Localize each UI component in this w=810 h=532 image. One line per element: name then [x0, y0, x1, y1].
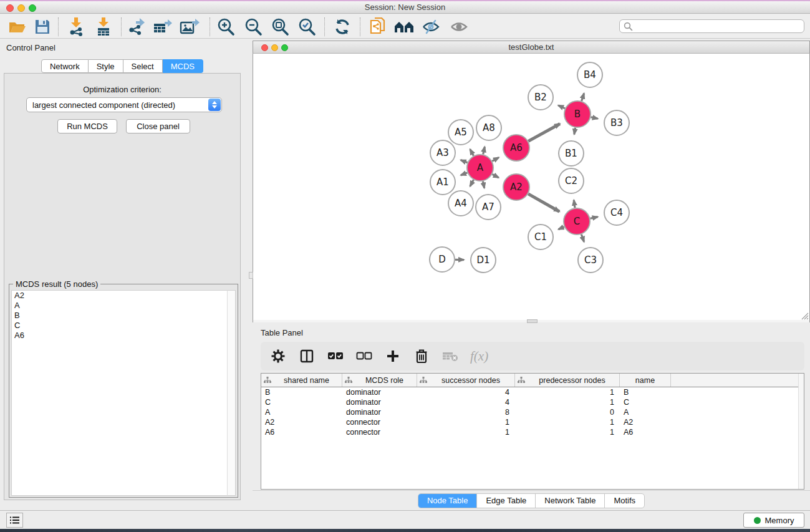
- create-column-icon[interactable]: [384, 347, 402, 365]
- criterion-select[interactable]: largest connected component (directed): [26, 97, 222, 112]
- edge-A-A5[interactable]: [470, 149, 474, 155]
- memory-button[interactable]: Memory: [743, 513, 804, 528]
- network-hscroll-thumb[interactable]: [527, 319, 538, 323]
- zoom-out-icon[interactable]: [241, 16, 265, 38]
- tab-edge-table[interactable]: Edge Table: [476, 494, 535, 508]
- table-row[interactable]: A2connector11A2: [261, 417, 804, 427]
- column-header-predecessor-nodes[interactable]: predecessor nodes: [515, 374, 620, 387]
- tab-node-table[interactable]: Node Table: [418, 494, 477, 508]
- edge-A6-B[interactable]: [528, 123, 560, 141]
- tab-network-table[interactable]: Network Table: [535, 494, 604, 508]
- edge-A-A1[interactable]: [461, 173, 468, 175]
- edge-B-B1[interactable]: [574, 128, 576, 135]
- column-header-MCDS-role[interactable]: MCDS role: [342, 374, 417, 387]
- network-minimize-icon[interactable]: [271, 44, 278, 51]
- save-session-icon[interactable]: [31, 16, 54, 38]
- close-panel-button[interactable]: Close panel: [126, 119, 190, 133]
- zoom-window-icon[interactable]: [29, 4, 36, 12]
- graph-node-A8[interactable]: A8: [476, 115, 501, 140]
- duplicate-network-icon[interactable]: [366, 16, 390, 38]
- edge-A-A7[interactable]: [483, 181, 484, 188]
- task-history-button[interactable]: [6, 513, 23, 528]
- network-close-icon[interactable]: [261, 44, 268, 51]
- network-canvas[interactable]: B4B2BB3A5A8A6A3B1AA1C2A2A4A7C4CC1C3DD1: [253, 54, 809, 320]
- export-table-icon[interactable]: [151, 16, 175, 38]
- graph-node-A4[interactable]: A4: [448, 191, 473, 216]
- search-input[interactable]: [619, 19, 804, 33]
- column-header-name[interactable]: name: [620, 374, 671, 387]
- edge-A-A4[interactable]: [470, 180, 474, 186]
- table-row[interactable]: Bdominator41B: [261, 387, 804, 397]
- graph-node-B2[interactable]: B2: [528, 85, 553, 110]
- graph-node-B1[interactable]: B1: [559, 141, 584, 166]
- select-all-rows-icon[interactable]: [327, 347, 344, 365]
- edge-B-B4[interactable]: [582, 94, 584, 101]
- hide-details-icon[interactable]: [419, 16, 443, 38]
- edge-C-C2[interactable]: [574, 200, 575, 208]
- edge-B-B3[interactable]: [591, 117, 597, 119]
- minimize-window-icon[interactable]: [17, 4, 25, 12]
- graph-node-D1[interactable]: D1: [471, 248, 496, 273]
- edge-A-A2[interactable]: [492, 174, 498, 178]
- tab-network[interactable]: Network: [41, 59, 89, 73]
- graph-node-C2[interactable]: C2: [559, 168, 584, 193]
- edge-A-A8[interactable]: [483, 147, 485, 154]
- edge-C-C4[interactable]: [590, 217, 597, 219]
- network-overview-icon[interactable]: [392, 16, 416, 38]
- table-settings-icon[interactable]: [269, 347, 287, 365]
- graph-node-C1[interactable]: C1: [528, 225, 553, 249]
- table-row[interactable]: Adominator80A: [261, 407, 804, 417]
- graph-node-D[interactable]: D: [430, 247, 455, 272]
- refresh-icon[interactable]: [330, 16, 354, 38]
- graph-node-A6[interactable]: A6: [503, 135, 529, 161]
- graph-node-C3[interactable]: C3: [578, 248, 603, 273]
- graph-node-B3[interactable]: B3: [604, 110, 629, 135]
- edge-B-B2[interactable]: [558, 105, 565, 109]
- close-window-icon[interactable]: [6, 4, 14, 12]
- graph-node-C4[interactable]: C4: [604, 200, 629, 225]
- graph-node-A2[interactable]: A2: [503, 174, 529, 200]
- mcds-result-item[interactable]: A6: [12, 331, 228, 341]
- column-header-shared-name[interactable]: shared name: [261, 374, 342, 387]
- delete-column-icon[interactable]: [413, 347, 430, 365]
- mcds-result-list[interactable]: A2ABCA6: [11, 290, 228, 496]
- open-session-icon[interactable]: [6, 16, 29, 38]
- network-zoom-icon[interactable]: [281, 44, 288, 51]
- tab-mcds[interactable]: MCDS: [163, 59, 203, 73]
- show-columns-icon[interactable]: [298, 347, 316, 365]
- edge-A2-C[interactable]: [528, 194, 559, 211]
- import-network-icon[interactable]: [64, 16, 88, 38]
- show-details-icon[interactable]: [447, 16, 471, 38]
- table-row[interactable]: Cdominator41C: [261, 397, 804, 407]
- zoom-selected-icon[interactable]: [295, 16, 319, 38]
- edge-A-A3[interactable]: [461, 160, 468, 163]
- export-network-icon[interactable]: [125, 16, 148, 38]
- table-row[interactable]: A6connector11A6: [261, 427, 804, 437]
- mcds-result-item[interactable]: A2: [12, 291, 228, 301]
- graph-node-A7[interactable]: A7: [476, 195, 501, 220]
- zoom-in-icon[interactable]: [214, 16, 238, 38]
- edge-C-C1[interactable]: [558, 227, 564, 230]
- graph-node-B4[interactable]: B4: [577, 62, 602, 87]
- run-mcds-button[interactable]: Run MCDS: [57, 119, 117, 133]
- import-table-icon[interactable]: [92, 16, 115, 38]
- network-window-titlebar[interactable]: testGlobe.txt: [253, 41, 810, 54]
- mcds-result-item[interactable]: C: [12, 321, 228, 331]
- graph-node-A5[interactable]: A5: [448, 120, 473, 145]
- mcds-result-item[interactable]: A: [12, 301, 228, 311]
- tab-style[interactable]: Style: [89, 59, 123, 73]
- zoom-fit-icon[interactable]: [268, 16, 292, 38]
- edge-A-A6[interactable]: [492, 157, 499, 161]
- graph-node-A[interactable]: A: [467, 155, 493, 181]
- graph-node-C[interactable]: C: [564, 208, 590, 235]
- table-vscrollbar[interactable]: [798, 374, 804, 489]
- deselect-all-rows-icon[interactable]: [355, 347, 373, 365]
- splitter-handle[interactable]: [249, 272, 253, 279]
- resize-grip-icon[interactable]: [801, 312, 809, 320]
- graph-node-A3[interactable]: A3: [430, 140, 455, 165]
- tab-motifs[interactable]: Motifs: [604, 494, 644, 508]
- graph-node-A1[interactable]: A1: [430, 170, 455, 195]
- column-header-successor-nodes[interactable]: successor nodes: [417, 374, 515, 387]
- mcds-result-item[interactable]: B: [12, 311, 228, 321]
- export-image-icon[interactable]: [178, 16, 201, 38]
